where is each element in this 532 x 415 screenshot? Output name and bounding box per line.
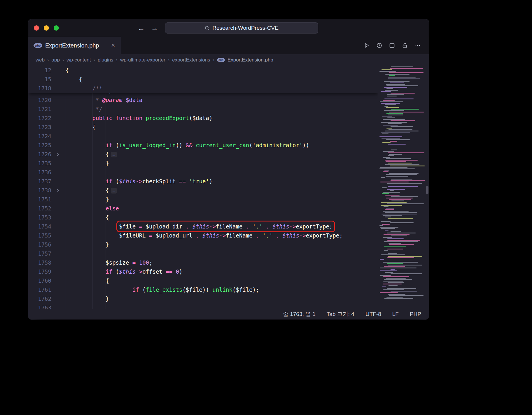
code-line[interactable]: 1718 /** <box>28 84 378 93</box>
line-number[interactable]: 1754 <box>28 222 51 231</box>
close-window-button[interactable] <box>34 25 39 31</box>
editor-window: ← → Research-WordPress-CVE php ExportExt… <box>28 19 429 319</box>
status-language-mode[interactable]: PHP <box>410 311 421 317</box>
forward-button[interactable]: → <box>150 24 159 32</box>
line-number[interactable]: 1758 <box>28 258 51 267</box>
code-line[interactable]: 1751 } <box>28 195 378 204</box>
minimap-line <box>383 284 402 284</box>
minimize-window-button[interactable] <box>44 25 49 31</box>
line-number[interactable]: 1737 <box>28 177 51 186</box>
timeline-history-button[interactable] <box>374 41 384 50</box>
line-number[interactable]: 1755 <box>28 231 51 240</box>
status-tab-size[interactable]: Tab 크기: 4 <box>327 310 354 318</box>
status-encoding[interactable]: UTF-8 <box>365 311 381 317</box>
code-text: } <box>66 294 109 303</box>
minimap-line <box>382 214 416 214</box>
back-button[interactable]: ← <box>137 24 146 32</box>
line-number[interactable]: 15 <box>28 75 51 84</box>
line-number[interactable]: 1721 <box>28 105 51 114</box>
minimap-line <box>388 78 420 79</box>
fold-chevron-icon[interactable] <box>56 152 60 157</box>
breadcrumb-item[interactable]: app <box>52 57 60 63</box>
line-number[interactable]: 1756 <box>28 240 51 249</box>
code-line[interactable]: 1759 if ($this->offset == 0) <box>28 267 378 276</box>
status-eol[interactable]: LF <box>392 311 399 317</box>
code-line[interactable]: 1724 <box>28 132 378 141</box>
sticky-scroll[interactable]: 12{15 {1718 /** <box>28 66 378 93</box>
code-line[interactable]: 1757 <box>28 249 378 258</box>
code-line[interactable]: 1737 if ($this->checkSplit == 'true') <box>28 177 378 186</box>
line-number[interactable]: 1735 <box>28 159 51 168</box>
line-number[interactable]: 1720 <box>28 96 51 105</box>
line-number[interactable]: 1751 <box>28 195 51 204</box>
breadcrumb-item[interactable]: plugins <box>98 57 113 63</box>
code-line[interactable]: 1726 {… <box>28 150 378 159</box>
code-line[interactable]: 1755 $fileURL = $upload_url . $this->fil… <box>28 231 378 240</box>
line-number[interactable]: 1738 <box>28 186 51 195</box>
line-number[interactable]: 1761 <box>28 285 51 294</box>
line-number[interactable]: 1757 <box>28 249 51 258</box>
breadcrumb-item[interactable]: wp-ultimate-exporter <box>120 57 165 63</box>
line-number[interactable]: 1725 <box>28 141 51 150</box>
line-number[interactable]: 1759 <box>28 267 51 276</box>
code-line[interactable]: 12{ <box>28 66 378 75</box>
zoom-window-button[interactable] <box>54 25 59 31</box>
breadcrumb-item[interactable]: web <box>36 57 45 63</box>
minimap-line <box>388 115 403 115</box>
command-center-search[interactable]: Research-WordPress-CVE <box>165 22 318 34</box>
scrollbar-thumb[interactable] <box>426 186 428 194</box>
breadcrumb-item[interactable]: ExportExtension.php <box>228 57 273 63</box>
minimap-line <box>386 176 408 177</box>
line-number[interactable]: 1722 <box>28 114 51 123</box>
line-number[interactable]: 1724 <box>28 132 51 141</box>
close-tab-icon[interactable]: × <box>110 42 116 49</box>
line-number[interactable]: 1753 <box>28 213 51 222</box>
line-number[interactable]: 1763 <box>28 303 51 309</box>
code-line[interactable]: 1758 $spsize = 100; <box>28 258 378 267</box>
line-number[interactable]: 1752 <box>28 204 51 213</box>
code-line[interactable]: 1720 * @param $data <box>28 96 378 105</box>
minimap-line <box>379 168 415 169</box>
code-line[interactable]: 1735 } <box>28 159 378 168</box>
status-cursor-position[interactable]: 줄 1763, 열 1 <box>283 310 316 318</box>
code-line[interactable]: 1736 <box>28 168 378 177</box>
line-number[interactable]: 1718 <box>28 84 51 93</box>
minimap-line <box>388 243 401 244</box>
code-line[interactable]: 15 { <box>28 75 378 84</box>
split-editor-button[interactable] <box>387 41 397 50</box>
code-line[interactable]: 1762 } <box>28 294 378 303</box>
editor[interactable]: 1719 * exportData1720 * @param $data1721… <box>28 66 429 309</box>
minimap-line <box>381 91 391 92</box>
code-line[interactable]: 1752 else <box>28 204 378 213</box>
code-line[interactable]: 1722 public function proceedExport($data… <box>28 114 378 123</box>
code-text: if (is_user_logged_in() && current_user_… <box>66 141 309 150</box>
minimap-line <box>390 166 425 166</box>
line-number[interactable]: 12 <box>28 66 51 75</box>
minimap-line <box>380 227 398 228</box>
code-line[interactable]: 1754 $file = $upload_dir . $this->fileNa… <box>28 222 378 231</box>
code-line[interactable]: 1721 */ <box>28 105 378 114</box>
code-line[interactable]: 1761 if (file_exists($file)) unlink($fil… <box>28 285 378 294</box>
line-number[interactable]: 1723 <box>28 123 51 132</box>
run-button[interactable] <box>362 41 371 50</box>
line-number[interactable]: 1726 <box>28 150 51 159</box>
line-number[interactable]: 1762 <box>28 294 51 303</box>
more-actions-button[interactable] <box>413 41 422 50</box>
tab-exportextension-php[interactable]: php ExportExtension.php × <box>28 37 121 54</box>
code-line[interactable]: 1723 { <box>28 123 378 132</box>
breadcrumb-item[interactable]: wp-content <box>66 57 91 63</box>
minimap-line <box>383 192 400 193</box>
fold-chevron-icon[interactable] <box>56 188 60 193</box>
line-number[interactable]: 1760 <box>28 276 51 285</box>
breadcrumb-item[interactable]: exportExtensions <box>172 57 210 63</box>
code-line[interactable]: 1725 if (is_user_logged_in() && current_… <box>28 141 378 150</box>
code-line[interactable]: 1753 { <box>28 213 378 222</box>
code-line[interactable]: 1738 {… <box>28 186 378 195</box>
code-viewport[interactable]: 1719 * exportData1720 * @param $data1721… <box>28 66 378 309</box>
minimap[interactable] <box>378 66 426 309</box>
unlock-button[interactable] <box>400 41 410 50</box>
code-line[interactable]: 1760 { <box>28 276 378 285</box>
code-line[interactable]: 1763 <box>28 303 378 309</box>
line-number[interactable]: 1736 <box>28 168 51 177</box>
code-line[interactable]: 1756 } <box>28 240 378 249</box>
